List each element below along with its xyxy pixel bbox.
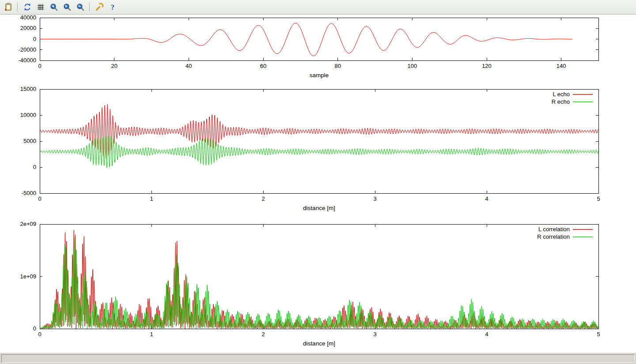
svg-text:10000: 10000 <box>20 112 36 118</box>
svg-text:?: ? <box>111 4 114 11</box>
svg-text:distance [m]: distance [m] <box>303 205 335 211</box>
svg-text:L correlation: L correlation <box>538 226 570 233</box>
correlation-chart[interactable]: 01234501e+092e+09L correlationR correlat… <box>0 220 636 353</box>
svg-text:5: 5 <box>597 195 600 202</box>
svg-text:L echo: L echo <box>553 91 570 98</box>
svg-text:0: 0 <box>33 325 36 332</box>
grid-icon <box>36 3 45 11</box>
wrench-icon <box>95 3 104 11</box>
svg-text:100: 100 <box>407 63 417 69</box>
toggle-grid-button[interactable] <box>34 1 46 13</box>
svg-text:5000: 5000 <box>23 138 36 144</box>
pulse-chart[interactable]: 020406080100120140-40000-200000200004000… <box>0 15 636 84</box>
svg-text:40: 40 <box>186 63 192 69</box>
svg-text:R correlation: R correlation <box>537 233 570 240</box>
svg-text:0: 0 <box>33 36 36 42</box>
status-text <box>1 354 635 363</box>
svg-text:0: 0 <box>38 63 41 69</box>
svg-text:2: 2 <box>261 331 265 338</box>
configure-button[interactable] <box>93 1 105 13</box>
help-button[interactable]: ? <box>106 1 118 13</box>
svg-text:1e+09: 1e+09 <box>20 273 36 280</box>
svg-text:3: 3 <box>373 195 376 202</box>
autoscale-button[interactable] <box>74 1 86 13</box>
svg-text:4: 4 <box>485 331 488 338</box>
svg-text:2e+09: 2e+09 <box>20 221 36 227</box>
svg-text:-5000: -5000 <box>22 190 36 196</box>
svg-text:120: 120 <box>482 63 492 69</box>
svg-text:0: 0 <box>38 331 41 338</box>
svg-text:80: 80 <box>334 63 341 69</box>
copy-to-clipboard-button[interactable] <box>2 1 14 13</box>
echo-chart[interactable]: 012345-5000050001000015000L echoR echodi… <box>0 84 636 220</box>
svg-text:distance [m]: distance [m] <box>303 340 335 347</box>
svg-text:20: 20 <box>111 63 117 69</box>
status-bar <box>0 353 636 364</box>
refresh-icon <box>23 3 32 11</box>
magnifier-previous-icon <box>49 3 58 11</box>
magnifier-next-icon <box>63 3 72 11</box>
svg-text:1: 1 <box>150 331 153 338</box>
magnifier-autoscale-icon <box>76 3 85 11</box>
svg-text:20000: 20000 <box>20 25 36 31</box>
question-icon: ? <box>108 3 117 11</box>
clipboard-icon <box>4 3 13 11</box>
svg-text:140: 140 <box>556 63 566 69</box>
svg-text:-20000: -20000 <box>19 46 36 53</box>
svg-text:40000: 40000 <box>20 15 36 21</box>
svg-text:0: 0 <box>38 195 41 202</box>
gnuplot-window: ? 020406080100120140-40000-2000002000040… <box>0 0 636 364</box>
svg-text:1: 1 <box>150 195 153 202</box>
zoom-next-button[interactable] <box>61 1 73 13</box>
svg-text:15000: 15000 <box>20 86 36 92</box>
svg-text:R echo: R echo <box>552 98 570 105</box>
svg-text:0: 0 <box>33 164 36 170</box>
toolbar-separator <box>89 3 90 11</box>
zoom-previous-button[interactable] <box>48 1 60 13</box>
svg-text:3: 3 <box>373 331 376 338</box>
svg-text:-40000: -40000 <box>19 57 36 64</box>
toolbar: ? <box>0 0 636 15</box>
plot-area: 020406080100120140-40000-200000200004000… <box>0 15 636 353</box>
toolbar-separator <box>17 3 18 11</box>
svg-text:2: 2 <box>261 195 265 202</box>
svg-text:5: 5 <box>597 331 600 338</box>
svg-text:4: 4 <box>485 195 488 202</box>
svg-text:60: 60 <box>260 63 266 69</box>
replot-button[interactable] <box>21 1 33 13</box>
svg-text:sample: sample <box>310 72 329 79</box>
